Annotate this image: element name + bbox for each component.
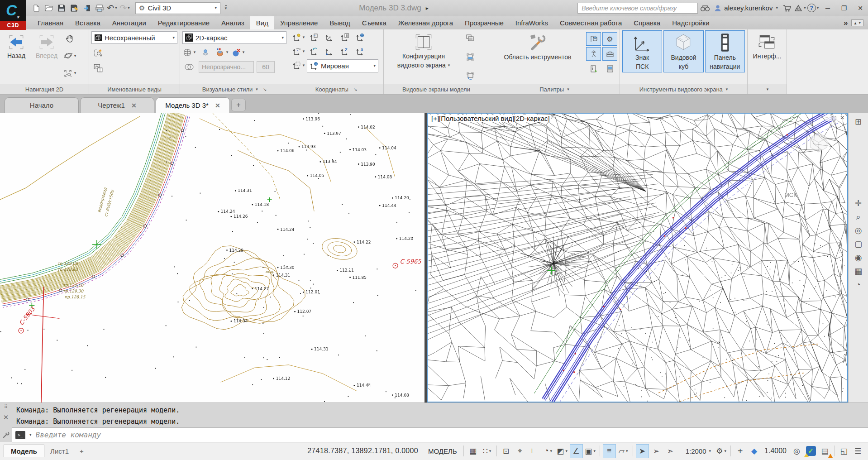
isolate-objects-button[interactable]: ◎: [790, 444, 803, 458]
file-tab-nachalo[interactable]: Начало: [5, 97, 79, 113]
panel-label-visual-styles[interactable]: Визуальные стили▾↘: [180, 84, 289, 94]
pan-icon[interactable]: ✛: [852, 196, 865, 210]
ucs-rotate-x-button[interactable]: x▾: [291, 45, 305, 58]
viewcube-icon[interactable]: [806, 130, 832, 156]
view-grid-icon[interactable]: ▦: [852, 264, 865, 278]
compass-icon[interactable]: ◔: [852, 278, 865, 292]
right-viewport-canvas[interactable]: [428, 114, 847, 402]
annotation-visibility-button[interactable]: ◆: [748, 444, 761, 458]
zoom-icon[interactable]: ⌕: [852, 210, 865, 224]
panel-label-named-views[interactable]: Именованные виды: [89, 84, 180, 94]
signin-area[interactable]: alexey.kurenkov ▾: [714, 4, 778, 12]
panorama-palette-button[interactable]: [602, 62, 617, 76]
orbit-icon[interactable]: ◎: [852, 224, 865, 237]
ribbon-tab-annotacii[interactable]: Аннотации: [106, 16, 152, 30]
isometric-drafting-toggle[interactable]: ◩▾: [556, 444, 569, 458]
ucs-previous-button[interactable]: [307, 31, 321, 43]
panel-label-viewport-tools[interactable]: Инструменты видового экрана▾: [620, 84, 747, 94]
workspace-switching-button[interactable]: ⚙▾: [715, 444, 728, 458]
toolbox-toggle[interactable]: [602, 47, 617, 61]
interface-button[interactable]: Интерф...: [749, 31, 785, 62]
zoom-extents-button[interactable]: ▾: [63, 67, 76, 79]
grid-display-toggle[interactable]: ▦: [467, 444, 480, 458]
named-viewports-button[interactable]: [463, 32, 477, 44]
restore-button[interactable]: ❐: [836, 2, 852, 14]
infer-constraints-toggle[interactable]: ⊡: [500, 444, 513, 458]
autoscale-button[interactable]: +: [734, 444, 747, 458]
app-store-cart-icon[interactable]: [781, 2, 793, 14]
orbit-button[interactable]: ▾: [63, 50, 76, 62]
color-faces-button[interactable]: ▾: [215, 46, 229, 58]
snap-mode-toggle[interactable]: ∷▾: [481, 444, 494, 458]
transfer-icon[interactable]: [81, 2, 93, 14]
right-viewport[interactable]: [+][Пользовательский вид][2D-каркас] МСК…: [427, 113, 848, 402]
application-menu-button[interactable]: C▾ С3D: [0, 0, 26, 30]
clean-screen-button[interactable]: ◱: [837, 444, 850, 458]
help-icon[interactable]: ?▾: [807, 2, 819, 14]
close-button[interactable]: ✕: [853, 2, 868, 14]
annotation-scale-button[interactable]: 1:2000▾: [683, 445, 714, 458]
save-icon[interactable]: [55, 2, 67, 14]
ucs-world-button[interactable]: [353, 31, 367, 43]
workspace-selector[interactable]: ⚙ Civil 3D ▾: [135, 2, 220, 14]
ribbon-tab-prozrachnye[interactable]: Прозрачные: [459, 16, 510, 30]
shaded-view-button[interactable]: [199, 46, 212, 58]
osnap-tracking-toggle[interactable]: ∠: [570, 444, 583, 458]
polar-tracking-toggle[interactable]: ◔▾: [542, 444, 555, 458]
ucs-3point-button[interactable]: 3: [353, 45, 367, 58]
redo-icon[interactable]: ↷▾: [119, 2, 131, 14]
visual-style-combo[interactable]: 2D-каркас ▾: [182, 31, 286, 44]
undo-icon[interactable]: ↶▾: [106, 2, 118, 14]
qat-customize-button[interactable]: ▾: [221, 2, 229, 14]
title-arrow-icon[interactable]: ▸: [426, 5, 429, 11]
visual-styles-sphere-button[interactable]: ▾: [182, 46, 196, 58]
recent-commands-icon[interactable]: ▾: [29, 433, 32, 437]
tab-overflow-icon[interactable]: »: [844, 19, 848, 28]
viewport-restore-icon[interactable]: ▢: [832, 115, 837, 121]
system-monitor-warning-button[interactable]: ▤: [818, 444, 831, 458]
minimize-button[interactable]: ─: [820, 2, 835, 14]
panel-label-coordinates[interactable]: Координаты↘: [289, 84, 383, 94]
ucs-button[interactable]: [322, 31, 336, 43]
toolspace-button[interactable]: Область инструментов: [491, 31, 584, 63]
close-tab-icon[interactable]: ✕: [131, 102, 137, 109]
object-snap-toggle[interactable]: ▣▾: [584, 444, 597, 458]
properties-palette-button[interactable]: [586, 62, 601, 76]
ucs-named-button[interactable]: [338, 31, 352, 43]
close-command-line-icon[interactable]: ✕: [3, 413, 9, 422]
ribbon-tab-upravlenie[interactable]: Управление: [274, 16, 324, 30]
ribbon-tab-analiz[interactable]: Анализ: [215, 16, 250, 30]
viewport-close-icon[interactable]: ✕: [840, 115, 844, 121]
autodesk-account-icon[interactable]: ▾: [794, 2, 806, 14]
viewcube-toggle[interactable]: Видовой куб: [663, 30, 703, 72]
new-drawing-tab-button[interactable]: +: [231, 99, 246, 111]
panel-label-interface[interactable]: ▾: [748, 84, 787, 94]
ribbon-tab-zheleznaya-doroga[interactable]: Железная дорога: [392, 16, 459, 30]
ucs-show-icon-button[interactable]: ▾: [291, 31, 305, 43]
ribbon-tab-semka[interactable]: Съемка: [356, 16, 392, 30]
search-input[interactable]: [577, 3, 698, 14]
customize-wrench-icon[interactable]: [2, 431, 10, 439]
ucs-icon-toggle[interactable]: Знак ПСК: [622, 30, 662, 72]
search-binoculars-icon[interactable]: [699, 2, 711, 14]
survey-toggle[interactable]: [586, 47, 601, 61]
transparency-toggle[interactable]: ▱▾: [617, 444, 630, 458]
ucs-zaxis-button[interactable]: Z: [338, 45, 352, 58]
customization-menu-button[interactable]: ☰: [851, 444, 864, 458]
prospector-toggle[interactable]: [586, 32, 601, 46]
save-as-icon[interactable]: [68, 2, 80, 14]
viewport-configuration-button[interactable]: Конфигурация видового экрана▾: [386, 31, 461, 71]
panel-label-palettes[interactable]: Палитры▾: [489, 84, 620, 94]
ribbon-tab-glavnaya[interactable]: Главная: [32, 16, 69, 30]
new-view-button[interactable]: [91, 47, 105, 59]
view-manager-button[interactable]: [91, 62, 105, 74]
new-layout-button[interactable]: +: [75, 445, 89, 457]
model-space-tab[interactable]: Модель: [4, 445, 44, 457]
ribbon-tab-vyvod[interactable]: Вывод: [324, 16, 356, 30]
space-indicator[interactable]: МОДЕЛЬ: [424, 447, 461, 455]
ribbon-tab-vid[interactable]: Вид: [250, 16, 274, 30]
ucs-combo[interactable]: Мировая ▾: [307, 59, 378, 72]
ribbon-collapse-button[interactable]: ▴▾: [851, 19, 863, 26]
dialog-launcher-icon[interactable]: ↘: [263, 87, 267, 92]
left-viewport-canvas[interactable]: [0, 113, 424, 402]
